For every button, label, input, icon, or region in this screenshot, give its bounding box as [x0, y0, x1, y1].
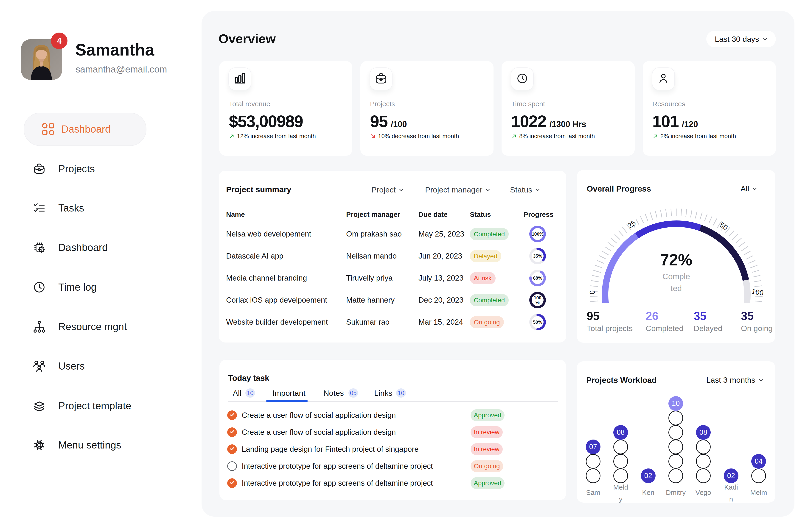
- svg-text:25: 25: [626, 219, 637, 230]
- svg-text:100: 100: [751, 287, 764, 297]
- svg-text:0: 0: [588, 290, 596, 294]
